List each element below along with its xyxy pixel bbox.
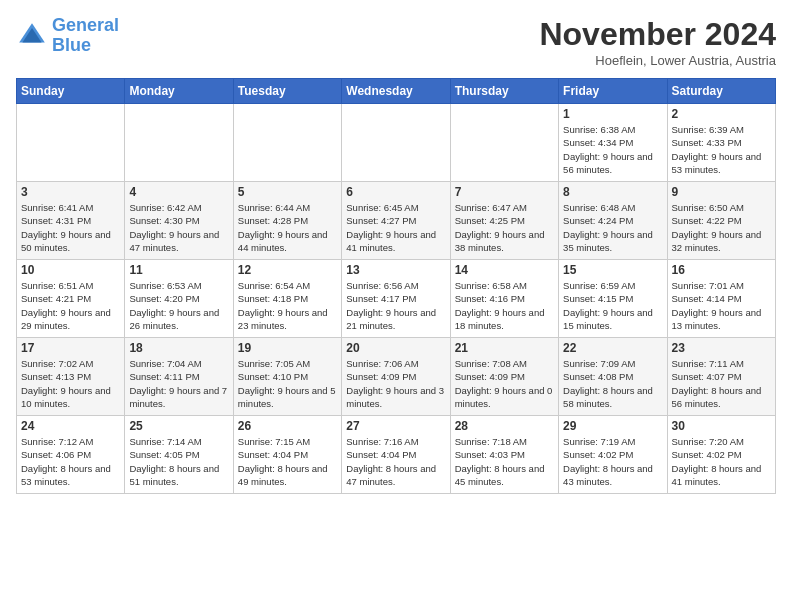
day-info: Sunrise: 7:11 AM Sunset: 4:07 PM Dayligh… [672, 357, 771, 410]
calendar-cell: 24Sunrise: 7:12 AM Sunset: 4:06 PM Dayli… [17, 416, 125, 494]
day-info: Sunrise: 7:04 AM Sunset: 4:11 PM Dayligh… [129, 357, 228, 410]
logo-icon [16, 20, 48, 52]
calendar-cell: 11Sunrise: 6:53 AM Sunset: 4:20 PM Dayli… [125, 260, 233, 338]
day-number: 13 [346, 263, 445, 277]
day-info: Sunrise: 7:09 AM Sunset: 4:08 PM Dayligh… [563, 357, 662, 410]
calendar-cell [125, 104, 233, 182]
calendar-cell: 23Sunrise: 7:11 AM Sunset: 4:07 PM Dayli… [667, 338, 775, 416]
calendar-cell [17, 104, 125, 182]
day-info: Sunrise: 6:50 AM Sunset: 4:22 PM Dayligh… [672, 201, 771, 254]
calendar-cell [342, 104, 450, 182]
day-number: 11 [129, 263, 228, 277]
day-number: 28 [455, 419, 554, 433]
header: General Blue November 2024 Hoeflein, Low… [16, 16, 776, 68]
day-info: Sunrise: 7:19 AM Sunset: 4:02 PM Dayligh… [563, 435, 662, 488]
logo-line1: General [52, 15, 119, 35]
day-number: 22 [563, 341, 662, 355]
calendar-cell: 17Sunrise: 7:02 AM Sunset: 4:13 PM Dayli… [17, 338, 125, 416]
calendar-cell: 21Sunrise: 7:08 AM Sunset: 4:09 PM Dayli… [450, 338, 558, 416]
calendar-cell: 5Sunrise: 6:44 AM Sunset: 4:28 PM Daylig… [233, 182, 341, 260]
day-number: 9 [672, 185, 771, 199]
header-cell-friday: Friday [559, 79, 667, 104]
day-info: Sunrise: 6:58 AM Sunset: 4:16 PM Dayligh… [455, 279, 554, 332]
calendar-cell: 15Sunrise: 6:59 AM Sunset: 4:15 PM Dayli… [559, 260, 667, 338]
day-number: 19 [238, 341, 337, 355]
day-info: Sunrise: 6:38 AM Sunset: 4:34 PM Dayligh… [563, 123, 662, 176]
calendar-cell: 19Sunrise: 7:05 AM Sunset: 4:10 PM Dayli… [233, 338, 341, 416]
calendar-cell [233, 104, 341, 182]
day-number: 14 [455, 263, 554, 277]
logo-text: General Blue [52, 16, 119, 56]
day-number: 15 [563, 263, 662, 277]
day-number: 25 [129, 419, 228, 433]
calendar-body: 1Sunrise: 6:38 AM Sunset: 4:34 PM Daylig… [17, 104, 776, 494]
calendar-week-4: 17Sunrise: 7:02 AM Sunset: 4:13 PM Dayli… [17, 338, 776, 416]
day-info: Sunrise: 6:39 AM Sunset: 4:33 PM Dayligh… [672, 123, 771, 176]
calendar-cell: 30Sunrise: 7:20 AM Sunset: 4:02 PM Dayli… [667, 416, 775, 494]
calendar-cell: 20Sunrise: 7:06 AM Sunset: 4:09 PM Dayli… [342, 338, 450, 416]
day-info: Sunrise: 6:47 AM Sunset: 4:25 PM Dayligh… [455, 201, 554, 254]
calendar-cell: 7Sunrise: 6:47 AM Sunset: 4:25 PM Daylig… [450, 182, 558, 260]
day-info: Sunrise: 6:41 AM Sunset: 4:31 PM Dayligh… [21, 201, 120, 254]
day-number: 2 [672, 107, 771, 121]
header-cell-monday: Monday [125, 79, 233, 104]
calendar-cell: 13Sunrise: 6:56 AM Sunset: 4:17 PM Dayli… [342, 260, 450, 338]
day-number: 18 [129, 341, 228, 355]
day-number: 16 [672, 263, 771, 277]
logo: General Blue [16, 16, 119, 56]
day-info: Sunrise: 6:48 AM Sunset: 4:24 PM Dayligh… [563, 201, 662, 254]
calendar-cell: 10Sunrise: 6:51 AM Sunset: 4:21 PM Dayli… [17, 260, 125, 338]
day-number: 21 [455, 341, 554, 355]
calendar-cell: 16Sunrise: 7:01 AM Sunset: 4:14 PM Dayli… [667, 260, 775, 338]
day-info: Sunrise: 6:54 AM Sunset: 4:18 PM Dayligh… [238, 279, 337, 332]
calendar-cell: 14Sunrise: 6:58 AM Sunset: 4:16 PM Dayli… [450, 260, 558, 338]
day-number: 23 [672, 341, 771, 355]
day-info: Sunrise: 7:18 AM Sunset: 4:03 PM Dayligh… [455, 435, 554, 488]
day-number: 10 [21, 263, 120, 277]
day-info: Sunrise: 6:56 AM Sunset: 4:17 PM Dayligh… [346, 279, 445, 332]
calendar-cell: 6Sunrise: 6:45 AM Sunset: 4:27 PM Daylig… [342, 182, 450, 260]
day-info: Sunrise: 7:12 AM Sunset: 4:06 PM Dayligh… [21, 435, 120, 488]
month-title: November 2024 [539, 16, 776, 53]
day-info: Sunrise: 6:53 AM Sunset: 4:20 PM Dayligh… [129, 279, 228, 332]
day-info: Sunrise: 6:59 AM Sunset: 4:15 PM Dayligh… [563, 279, 662, 332]
calendar-cell: 9Sunrise: 6:50 AM Sunset: 4:22 PM Daylig… [667, 182, 775, 260]
location: Hoeflein, Lower Austria, Austria [539, 53, 776, 68]
day-number: 26 [238, 419, 337, 433]
day-number: 1 [563, 107, 662, 121]
calendar-week-1: 1Sunrise: 6:38 AM Sunset: 4:34 PM Daylig… [17, 104, 776, 182]
calendar-cell: 12Sunrise: 6:54 AM Sunset: 4:18 PM Dayli… [233, 260, 341, 338]
calendar-week-3: 10Sunrise: 6:51 AM Sunset: 4:21 PM Dayli… [17, 260, 776, 338]
day-number: 20 [346, 341, 445, 355]
day-number: 4 [129, 185, 228, 199]
page: General Blue November 2024 Hoeflein, Low… [0, 0, 792, 502]
calendar-cell: 26Sunrise: 7:15 AM Sunset: 4:04 PM Dayli… [233, 416, 341, 494]
day-info: Sunrise: 6:45 AM Sunset: 4:27 PM Dayligh… [346, 201, 445, 254]
day-number: 3 [21, 185, 120, 199]
header-cell-tuesday: Tuesday [233, 79, 341, 104]
day-number: 8 [563, 185, 662, 199]
day-number: 7 [455, 185, 554, 199]
day-info: Sunrise: 7:01 AM Sunset: 4:14 PM Dayligh… [672, 279, 771, 332]
day-info: Sunrise: 7:05 AM Sunset: 4:10 PM Dayligh… [238, 357, 337, 410]
day-info: Sunrise: 7:06 AM Sunset: 4:09 PM Dayligh… [346, 357, 445, 410]
header-cell-thursday: Thursday [450, 79, 558, 104]
header-cell-sunday: Sunday [17, 79, 125, 104]
header-cell-wednesday: Wednesday [342, 79, 450, 104]
day-number: 12 [238, 263, 337, 277]
calendar-cell: 3Sunrise: 6:41 AM Sunset: 4:31 PM Daylig… [17, 182, 125, 260]
calendar-cell: 2Sunrise: 6:39 AM Sunset: 4:33 PM Daylig… [667, 104, 775, 182]
title-block: November 2024 Hoeflein, Lower Austria, A… [539, 16, 776, 68]
day-info: Sunrise: 7:20 AM Sunset: 4:02 PM Dayligh… [672, 435, 771, 488]
calendar-cell: 28Sunrise: 7:18 AM Sunset: 4:03 PM Dayli… [450, 416, 558, 494]
calendar-cell: 27Sunrise: 7:16 AM Sunset: 4:04 PM Dayli… [342, 416, 450, 494]
day-number: 6 [346, 185, 445, 199]
day-info: Sunrise: 7:16 AM Sunset: 4:04 PM Dayligh… [346, 435, 445, 488]
day-number: 29 [563, 419, 662, 433]
calendar-cell: 25Sunrise: 7:14 AM Sunset: 4:05 PM Dayli… [125, 416, 233, 494]
day-number: 30 [672, 419, 771, 433]
day-number: 5 [238, 185, 337, 199]
day-number: 17 [21, 341, 120, 355]
day-info: Sunrise: 6:51 AM Sunset: 4:21 PM Dayligh… [21, 279, 120, 332]
day-info: Sunrise: 7:15 AM Sunset: 4:04 PM Dayligh… [238, 435, 337, 488]
